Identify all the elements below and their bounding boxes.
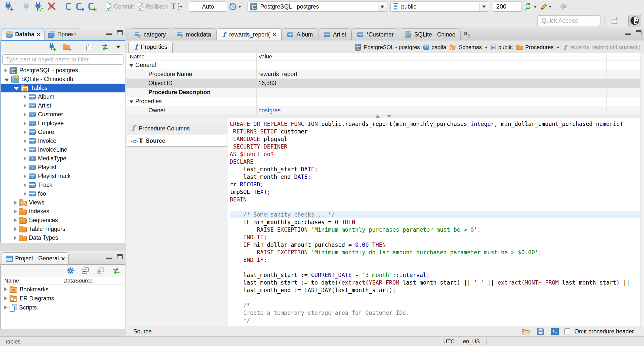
invalidate-reconnect-button[interactable] [32, 1, 45, 12]
editor-tab-category[interactable]: category [129, 28, 171, 40]
chevron-right-icon[interactable] [24, 183, 26, 187]
chevron-right-icon[interactable] [14, 210, 17, 214]
side-tab-procedure-columns[interactable]: fProcedure Columns [127, 123, 227, 134]
code-line[interactable] [230, 294, 640, 301]
transaction-mode-button[interactable]: T [169, 1, 184, 12]
owner-link[interactable]: postgres [258, 107, 280, 114]
save-to-file-button[interactable] [536, 326, 546, 337]
code-line[interactable]: RAISE EXCEPTION 'Minimum monthly dollar … [230, 249, 640, 256]
editor-tab-mockdata[interactable]: mockdata [171, 28, 216, 40]
tree-item-artist[interactable]: Artist [1, 101, 125, 110]
tab-properties[interactable]: f Properties [128, 41, 173, 53]
tree-item-foo[interactable]: foo [1, 189, 125, 198]
column-header-name[interactable]: Name [1, 278, 61, 284]
column-divider[interactable] [256, 53, 257, 115]
tree-item-indexes[interactable]: Indexes [1, 207, 125, 216]
project-settings-button[interactable] [65, 265, 76, 276]
open-sql-console-button[interactable] [74, 1, 86, 12]
maximize-icon[interactable] [117, 30, 123, 35]
tree-item-table-triggers[interactable]: Table Triggers [1, 225, 125, 233]
omit-header-checkbox[interactable] [564, 328, 570, 334]
chevron-right-icon[interactable] [24, 174, 26, 178]
nav-new-folder-button[interactable]: + [61, 41, 71, 53]
chevron-right-icon[interactable] [5, 68, 7, 73]
code-line[interactable]: RETURNS SETOF customer [230, 128, 640, 135]
proj-expand-all-button[interactable] [95, 265, 106, 276]
tree-item-mediatype[interactable]: MediaType [1, 154, 125, 163]
maximize-icon[interactable] [117, 254, 123, 259]
property-row-object-id[interactable]: Object ID16,583 [126, 79, 640, 88]
code-line[interactable]: SECURITY DEFINER [230, 143, 640, 150]
active-connection-combo[interactable]: PostgreSQL - postgres [248, 2, 387, 12]
chevron-right-icon[interactable] [14, 227, 17, 231]
chevron-right-icon[interactable] [24, 157, 26, 161]
code-line[interactable] [230, 264, 640, 271]
tree-item-postgresql-postgres[interactable]: PostgreSQL - postgres [1, 66, 125, 75]
property-row-general[interactable]: General [126, 60, 640, 70]
chevron-right-icon[interactable] [24, 113, 26, 117]
code-line[interactable]: END IF; [230, 233, 640, 241]
tree-item-sqlite-chinook-db[interactable]: SQLite - Chinook.db [1, 75, 125, 84]
close-icon[interactable]: × [61, 256, 65, 261]
code-line[interactable] [230, 203, 640, 211]
active-schema-combo[interactable]: public [390, 2, 489, 12]
chevron-right-icon[interactable] [14, 218, 17, 222]
breadcrumb-item-postgresql-postgres[interactable]: PostgreSQL - postgres [354, 44, 420, 51]
load-from-file-button[interactable] [520, 326, 532, 337]
chevron-right-icon[interactable] [24, 95, 26, 99]
code-line[interactable]: last_month_start := CURRENT_DATE - '3 mo… [230, 271, 640, 279]
sql-editor-button[interactable] [63, 1, 74, 12]
code-line[interactable]: BEGIN [230, 196, 640, 203]
drag-handle-icon[interactable] [487, 338, 487, 345]
transaction-log-button[interactable] [227, 1, 243, 12]
tab-projects[interactable]: Проект [44, 28, 80, 40]
tree-item-genre[interactable]: Genre [1, 128, 125, 136]
chevron-down-icon[interactable] [5, 79, 9, 82]
proj-link-button[interactable] [110, 265, 122, 276]
new-sql-editor-button[interactable] [86, 1, 98, 12]
code-line[interactable]: */ [230, 317, 640, 324]
view-menu-button[interactable] [115, 41, 122, 53]
code-line[interactable]: IF min_monthly_purchases = 0 THEN [230, 218, 640, 226]
maximize-icon[interactable] [636, 30, 641, 35]
minimize-icon[interactable] [106, 258, 112, 259]
editor-tab-rewards-report[interactable]: frewards_report(× [216, 28, 282, 40]
chevron-right-icon[interactable] [24, 148, 26, 152]
tree-item-data-types[interactable]: Data Types [1, 233, 125, 242]
code-line[interactable]: tmpSQL TEXT; [230, 188, 640, 196]
nav-new-connection-button[interactable] [46, 41, 57, 53]
vertical-scrollbar[interactable] [640, 53, 644, 326]
rollback-button[interactable]: Rollback [135, 1, 169, 12]
tree-item-customer[interactable]: Customer [1, 110, 125, 119]
analyze-button[interactable] [538, 1, 553, 12]
code-line[interactable]: LANGUAGE plpgsql [230, 135, 640, 143]
property-row-procedure-description[interactable]: Procedure Description [126, 88, 640, 97]
new-connection-button[interactable] [2, 1, 15, 12]
code-line[interactable]: /* [230, 301, 640, 309]
breadcrumb-item-rewards-report-int4-numeric[interactable]: frewards_report(int4,numeric) [562, 44, 640, 51]
tree-item-track[interactable]: Track [1, 181, 125, 189]
tree-item-playlist[interactable]: Playlist [1, 163, 125, 172]
chevron-right-icon[interactable] [24, 192, 26, 196]
proj-collapse-all-button[interactable] [80, 265, 91, 276]
breadcrumb-item-public[interactable]: public [491, 44, 513, 51]
tree-item-playlisttrack[interactable]: PlaylistTrack [1, 172, 125, 181]
code-line[interactable]: END IF; [230, 256, 640, 264]
open-perspective-button[interactable] [609, 15, 620, 26]
project-item-bookmarks[interactable]: Bookmarks [1, 285, 125, 294]
tab-overflow-button[interactable]: »5 [464, 30, 470, 39]
tree-item-views[interactable]: Views [1, 198, 125, 207]
source-code-editor[interactable]: CREATE OR REPLACE FUNCTION public.reward… [228, 118, 640, 326]
tree-item-tables[interactable]: Tables [1, 84, 125, 92]
project-item-er-diagrams[interactable]: ER Diagrams [1, 294, 125, 303]
breadcrumb-item-schemas[interactable]: Schemas [449, 44, 488, 51]
project-item-scripts[interactable]: Scripts [1, 303, 125, 312]
code-line[interactable]: last_month_end := LAST_DAY(last_month_st… [230, 286, 640, 294]
tree-item-invoiceline[interactable]: InvoiceLine [1, 145, 125, 154]
editor-tab-artist[interactable]: Artist [318, 28, 351, 40]
fetch-size-input[interactable] [493, 2, 522, 12]
tab-project-general[interactable]: Project - General × [2, 252, 69, 264]
commit-button[interactable]: Commit [103, 1, 135, 12]
tree-item-invoice[interactable]: Invoice [1, 136, 125, 145]
code-line[interactable]: last_month_start := to_date((extract(YEA… [230, 279, 640, 286]
